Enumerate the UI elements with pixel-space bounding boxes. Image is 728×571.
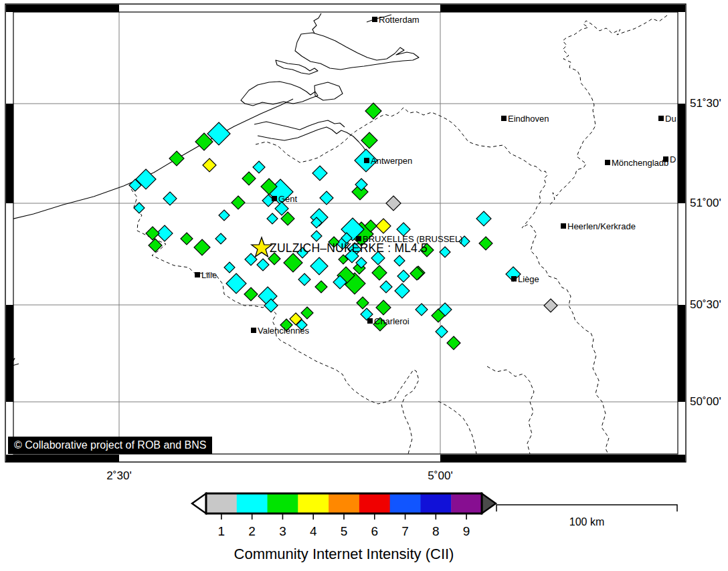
zeeland-island-sliver xyxy=(276,60,318,74)
lon-label: 2˚30' xyxy=(106,469,131,483)
city-square-eindhoven xyxy=(501,116,507,121)
intensity-diamond-cii2 xyxy=(245,253,257,265)
city-label-gent: Gent xyxy=(278,195,297,203)
city-label-valenciennes: Valenciennes xyxy=(258,326,309,335)
intensity-diamond-cii2 xyxy=(397,270,410,282)
border-be-lux-west xyxy=(438,401,476,454)
city-square-heerlen-kerkrade xyxy=(561,223,566,229)
scalebar-bracket xyxy=(496,505,677,511)
intensity-diamond-cii3 xyxy=(194,239,210,255)
colorbar-right-arrow xyxy=(482,493,496,513)
city-label-bruxelles: BRUXELLES (BRUSSEL) xyxy=(363,235,463,243)
colorbar-value: 2 xyxy=(248,524,256,539)
scalebar-label: 100 km xyxy=(496,516,677,528)
intensity-diamond-cii3 xyxy=(149,239,162,252)
intensity-diamond-cii2 xyxy=(298,273,310,286)
lat-label: 51˚00' xyxy=(690,197,721,210)
intensity-diamond-cii3 xyxy=(376,300,391,315)
intensity-diamond-cii3 xyxy=(447,336,460,350)
intensity-diamond-cii3 xyxy=(146,227,159,240)
intensity-diamond-cii2 xyxy=(226,273,246,294)
intensity-diamond-cii3 xyxy=(372,265,387,280)
intensity-diamond-cii2 xyxy=(320,191,333,205)
city-square-gent xyxy=(272,196,277,201)
lat-label: 51˚30' xyxy=(690,97,721,110)
intensity-diamond-cii2 xyxy=(310,257,328,275)
intensity-diamond-cii3 xyxy=(410,267,424,280)
intensity-diamond-cii3 xyxy=(365,103,381,119)
intensity-diamond-cii2 xyxy=(440,247,450,257)
intensity-diamond-cii3 xyxy=(315,281,327,293)
intensity-diamond-cii1 xyxy=(386,196,401,211)
map-canvas xyxy=(0,0,728,571)
city-square-charleroi xyxy=(367,318,373,324)
intensity-diamond-cii3 xyxy=(169,151,184,166)
colorbar-value: 1 xyxy=(218,524,225,539)
city-label-duisburg-partial: Du xyxy=(665,114,676,123)
coastline xyxy=(5,99,293,221)
intensity-diamond-cii2 xyxy=(311,231,322,241)
intensity-diamond-cii2 xyxy=(257,259,269,271)
colorbar-segment xyxy=(390,493,421,513)
colorbar-segment xyxy=(298,493,329,513)
city-label-moenchengladbach-partial: Mönchengladb xyxy=(612,158,668,167)
city-square-lille xyxy=(195,272,200,277)
city-label-heerlen-kerkrade: Heerlen/Kerkrade xyxy=(567,222,636,231)
intensity-diamond-cii3 xyxy=(242,172,256,185)
intensity-diamond-cii3 xyxy=(361,132,377,148)
cii-colorbar xyxy=(192,493,496,520)
city-label-liege: Liège xyxy=(518,275,539,283)
city-label-antwerpen: Antwerpen xyxy=(371,156,412,165)
colorbar-segment xyxy=(420,493,451,513)
colorbar-segment xyxy=(268,493,298,513)
city-square-liege xyxy=(511,276,517,281)
colorbar-segment xyxy=(359,493,390,513)
colorbar-left-arrow xyxy=(192,493,206,513)
intensity-diamond-cii3 xyxy=(301,307,313,319)
city-square-moenchengladbach-partial xyxy=(605,160,610,165)
zeeland-island-north xyxy=(295,33,419,70)
intensity-diamond-cii2 xyxy=(394,255,405,266)
city-square-duisburg-partial xyxy=(658,116,664,121)
intensity-diamond-cii3 xyxy=(284,253,302,272)
border-nl-de-north xyxy=(550,15,667,205)
intensity-diamond-cii2 xyxy=(380,281,392,293)
intensity-diamond-cii3 xyxy=(232,196,245,209)
intensity-diamond-cii3 xyxy=(357,297,369,309)
city-label-charleroi: Charleroi xyxy=(374,317,410,326)
scheldt-south-shore xyxy=(258,127,367,152)
city-label-duesseldorf-partial: D xyxy=(670,155,676,164)
border-lux-east xyxy=(487,366,534,454)
colorbar-value: 3 xyxy=(279,524,286,539)
city-label-eindhoven: Eindhoven xyxy=(508,114,549,123)
intensity-diamond-cii2 xyxy=(416,304,428,316)
zeeland-island-small xyxy=(314,82,343,100)
intensity-map-page: ZULZICH–NUKERKE : ML4.5 © Collaborative … xyxy=(0,0,728,571)
colorbar-title: Community Internet Intensity (CII) xyxy=(170,546,518,563)
colorbar-segment xyxy=(451,493,482,513)
intensity-diamond-cii3 xyxy=(479,237,492,250)
lat-label: 50˚00' xyxy=(690,395,721,409)
intensity-diamond-cii3 xyxy=(244,288,258,301)
copyright-banner: © Collaborative project of ROB and BNS xyxy=(8,437,212,454)
colorbar-value: 5 xyxy=(341,524,348,539)
intensity-diamond-cii1 xyxy=(544,299,557,312)
epicenter-star xyxy=(252,237,272,257)
intensity-diamond-cii2 xyxy=(267,213,278,224)
intensity-diamond-cii4 xyxy=(203,158,216,172)
colorbar-segment xyxy=(237,493,268,513)
intensity-diamond-cii3 xyxy=(181,233,193,245)
lat-label: 50˚30' xyxy=(690,298,721,312)
colorbar-value: 4 xyxy=(310,524,317,539)
rotterdam-waterway xyxy=(312,13,321,33)
colorbar-segment xyxy=(329,493,359,513)
intensity-diamond-cii2 xyxy=(134,203,145,213)
city-label-lille: Lille xyxy=(201,271,217,279)
colorbar-segment xyxy=(206,493,237,513)
lon-label: 5˚00' xyxy=(428,469,452,483)
city-square-antwerpen xyxy=(364,158,369,163)
intensity-diamond-cii2 xyxy=(219,210,230,221)
intensity-points-layer xyxy=(129,103,557,350)
intensity-diamond-cii2 xyxy=(215,233,226,244)
intensity-diamond-cii2 xyxy=(436,326,448,338)
